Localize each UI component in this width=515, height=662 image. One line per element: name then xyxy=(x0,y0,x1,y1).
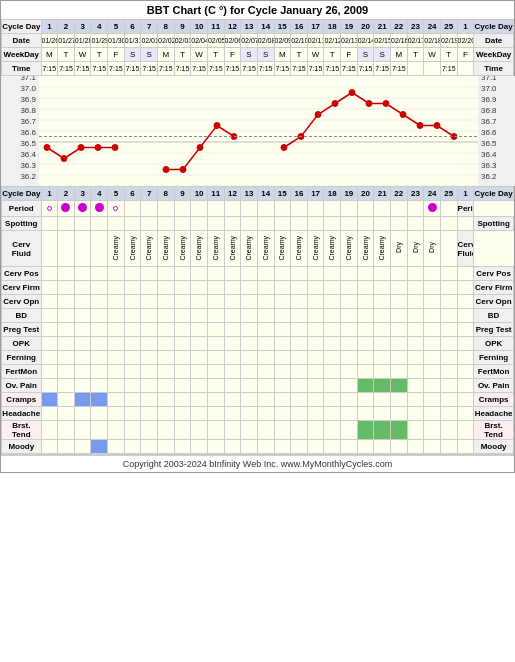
date-row: Date 01/26 01/27 01/28 01/29 01/30 01/31… xyxy=(2,34,514,48)
svg-text:37.1: 37.1 xyxy=(20,76,36,82)
temp-chart-svg-container: 37.1 37.0 36.9 36.8 36.7 36.6 36.5 36.4 … xyxy=(1,76,514,186)
svg-text:36.4: 36.4 xyxy=(481,150,497,159)
cerv-opn-row: Cerv Opn Cerv Opn xyxy=(2,295,514,309)
fertmon-row: FertMon FertMon xyxy=(2,365,514,379)
svg-text:36.6: 36.6 xyxy=(20,128,36,137)
svg-point-36 xyxy=(112,145,118,151)
svg-point-34 xyxy=(78,145,84,151)
main-container: BBT Chart (C °) for Cycle January 26, 20… xyxy=(0,0,515,473)
svg-point-32 xyxy=(44,145,50,151)
svg-text:37.1: 37.1 xyxy=(481,76,497,82)
svg-text:36.3: 36.3 xyxy=(20,161,36,170)
svg-text:37.0: 37.0 xyxy=(20,84,36,93)
svg-point-45 xyxy=(332,101,338,107)
svg-text:36.7: 36.7 xyxy=(481,117,497,126)
svg-point-47 xyxy=(366,101,372,107)
ferning-row: Ferning Ferning xyxy=(2,351,514,365)
svg-point-38 xyxy=(180,167,186,173)
cramps-row: Cramps Cramps xyxy=(2,393,514,407)
cycle-day-label: Cycle Day xyxy=(2,20,42,34)
spotting-row: Spotting Spotting xyxy=(2,217,514,231)
svg-point-50 xyxy=(417,123,423,129)
cerv-pos-row: Cerv Pos Cerv Pos xyxy=(2,267,514,281)
svg-text:36.6: 36.6 xyxy=(481,128,497,137)
svg-text:36.5: 36.5 xyxy=(481,139,497,148)
svg-point-51 xyxy=(434,123,440,129)
svg-text:36.8: 36.8 xyxy=(481,106,497,115)
bbt-svg: 37.1 37.0 36.9 36.8 36.7 36.6 36.5 36.4 … xyxy=(1,76,515,186)
svg-point-33 xyxy=(61,156,67,162)
data-rows-table: Cycle Day 1 2 3 4 5 6 7 8 9 10 11 12 13 … xyxy=(1,186,514,454)
svg-text:36.2: 36.2 xyxy=(481,172,497,181)
header-table: Cycle Day 1 2 3 4 5 6 7 8 9 10 11 12 13 … xyxy=(1,19,514,76)
svg-point-44 xyxy=(315,112,321,118)
footer: Copyright 2003-2024 bInfinity Web Inc. w… xyxy=(1,455,514,472)
svg-text:36.4: 36.4 xyxy=(20,150,36,159)
time-row: Time 7:15 7:15 7:15 7:15 7:15 7:15 7:15 … xyxy=(2,62,514,76)
svg-text:37.0: 37.0 xyxy=(481,84,497,93)
bbt-chart-area: Cycle Day 1 2 3 4 5 6 7 8 9 10 11 12 13 … xyxy=(1,19,514,455)
chart-title: BBT Chart (C °) for Cycle January 26, 20… xyxy=(1,1,514,19)
cycle-day-bottom-row: Cycle Day 1 2 3 4 5 6 7 8 9 10 11 12 13 … xyxy=(2,187,514,201)
svg-point-39 xyxy=(197,145,203,151)
moody-row: Moody Moody xyxy=(2,440,514,454)
period-row: Period xyxy=(2,201,514,217)
cerv-firm-row: Cerv Firm Cerv Firm xyxy=(2,281,514,295)
svg-point-40 xyxy=(214,123,220,129)
cerv-fluid-row: Cerv Fluid Creamy Creamy Creamy Creamy C… xyxy=(2,231,514,267)
svg-text:36.9: 36.9 xyxy=(20,95,36,104)
svg-point-46 xyxy=(349,90,355,96)
ov-pain-row: Ov. Pain Ov. Pain xyxy=(2,379,514,393)
svg-point-37 xyxy=(163,167,169,173)
cycle-day-header-row: Cycle Day 1 2 3 4 5 6 7 8 9 10 11 12 13 … xyxy=(2,20,514,34)
svg-text:36.8: 36.8 xyxy=(20,106,36,115)
weekday-row: WeekDay M T W T F S S M T W T F S S M T xyxy=(2,48,514,62)
headache-row: Headache Headache xyxy=(2,407,514,421)
opk-row: OPK OPK xyxy=(2,337,514,351)
svg-text:36.2: 36.2 xyxy=(20,172,36,181)
svg-point-48 xyxy=(383,101,389,107)
preg-test-row: Preg Test Preg Test xyxy=(2,323,514,337)
svg-text:36.9: 36.9 xyxy=(481,95,497,104)
svg-point-49 xyxy=(400,112,406,118)
svg-text:36.7: 36.7 xyxy=(20,117,36,126)
svg-point-35 xyxy=(95,145,101,151)
brst-tend-row: Brst. Tend Brst. Tend xyxy=(2,421,514,440)
bd-row: BD BD xyxy=(2,309,514,323)
svg-point-42 xyxy=(281,145,287,151)
svg-text:36.3: 36.3 xyxy=(481,161,497,170)
svg-text:36.5: 36.5 xyxy=(20,139,36,148)
